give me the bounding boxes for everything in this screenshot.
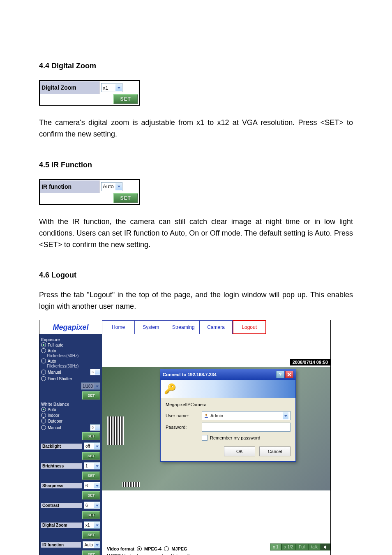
talk-button[interactable]: talk — [308, 543, 321, 550]
speaker-icon — [323, 545, 327, 549]
radio-icon — [41, 358, 46, 363]
radio-icon — [41, 407, 46, 412]
shutter-select[interactable]: 1/180 — [81, 382, 100, 390]
main-area: 2008/07/14 09:50 Video format MPEG-4 MJP… — [102, 334, 330, 555]
sidebar-wb-indoor[interactable]: Indoor — [40, 412, 101, 418]
user-icon — [204, 413, 209, 418]
chevron-down-icon — [94, 542, 100, 548]
chevron-down-icon — [94, 443, 100, 449]
zoom-x-half-button[interactable]: x 1/2 — [281, 543, 296, 550]
contrast-select[interactable]: 6 — [84, 502, 100, 509]
sidebar-wb-manual[interactable]: Manual 0 — [40, 424, 101, 431]
zoom-full-button[interactable]: Full — [296, 543, 308, 550]
test-pattern — [122, 482, 140, 487]
ir-function-set-button-sb[interactable]: SET — [82, 550, 100, 555]
dialog-titlebar: Connect to 192.168.7.234 ? — [160, 369, 296, 380]
chevron-down-icon — [94, 483, 100, 488]
sidebar-wb-auto[interactable]: Auto — [40, 407, 101, 412]
ir-function-value: Auto — [101, 183, 115, 190]
chevron-down-icon — [95, 425, 100, 430]
close-button[interactable] — [285, 371, 293, 378]
exposure-set-button[interactable]: SET — [82, 391, 100, 400]
backlight-select[interactable]: off — [84, 442, 100, 450]
help-button[interactable]: ? — [276, 371, 284, 378]
radio-icon — [41, 376, 46, 381]
ir-function-label: IR function — [40, 180, 99, 193]
sidebar-digital-zoom: Digital Zoom x1 — [40, 520, 101, 530]
tab-streaming[interactable]: Streaming — [167, 320, 200, 334]
tab-logout[interactable]: Logout — [233, 320, 266, 334]
sidebar-wb-outdoor[interactable]: Outdoor — [40, 418, 101, 424]
ok-button[interactable]: OK — [224, 446, 255, 456]
close-icon — [287, 372, 291, 377]
digital-zoom-label: Digital Zoom — [40, 81, 99, 94]
sidebar-exposure-full-auto[interactable]: Full auto — [40, 342, 101, 348]
chevron-down-icon — [115, 183, 122, 190]
tab-home[interactable]: Home — [102, 320, 135, 334]
speaker-button[interactable] — [321, 543, 330, 550]
brightness-select[interactable]: 1 — [84, 462, 100, 469]
app-tabs: Home System Streaming Camera Logout — [102, 320, 330, 334]
key-icon: 🔑 — [164, 383, 176, 395]
sidebar-brightness: Brightness 1 — [40, 461, 101, 471]
digital-zoom-select[interactable]: x1 — [101, 83, 122, 92]
radio-icon — [41, 419, 46, 423]
sidebar-flickerless-50: Flickerless(50Hz) — [40, 354, 101, 358]
checkbox-icon — [202, 435, 208, 441]
username-field[interactable]: Admin — [202, 411, 291, 420]
username-label: User name: — [166, 413, 198, 418]
heading-digital-zoom: 4.4 Digital Zoom — [39, 62, 353, 70]
digital-zoom-value: x1 — [101, 85, 115, 91]
brightness-set-button[interactable]: SET — [82, 472, 100, 480]
sidebar-exposure-auto-60[interactable]: Auto — [40, 358, 101, 364]
sidebar-wb-title: White Balance — [40, 400, 101, 407]
dialog-banner: 🔑 — [161, 380, 295, 398]
tab-system[interactable]: System — [135, 320, 167, 334]
zoom-strip: x 1 x 1/2 Full talk — [270, 543, 330, 550]
sidebar-exposure-fixed-shutter[interactable]: Fixed Shutter — [40, 376, 101, 382]
contrast-set-button[interactable]: SET — [82, 511, 100, 519]
tab-camera[interactable]: Camera — [200, 320, 232, 334]
video-format-row: Video format MPEG-4 MJPEG — [107, 546, 187, 551]
digital-zoom-set-button[interactable]: SET — [113, 94, 138, 104]
password-label: Password: — [166, 425, 198, 430]
digital-zoom-select-sb[interactable]: x1 — [84, 521, 100, 529]
chevron-down-icon — [95, 370, 100, 375]
sidebar-exposure-manual[interactable]: Manual 6 — [40, 368, 101, 376]
heading-ir-function: 4.5 IR Function — [39, 161, 353, 169]
ir-function-set-button[interactable]: SET — [113, 193, 138, 203]
sharpness-set-button[interactable]: SET — [82, 491, 100, 500]
sidebar-exposure-auto-50[interactable]: Auto — [40, 348, 101, 354]
login-dialog: Connect to 192.168.7.234 ? 🔑 Megapixel — [160, 369, 296, 462]
app-screenshot: Megapixel Home System Streaming Camera L… — [39, 320, 331, 555]
app-brand: Megapixel — [39, 320, 102, 334]
chevron-down-icon — [283, 412, 288, 419]
ir-function-select[interactable]: Auto — [101, 182, 122, 191]
sidebar: Exposure Full auto Auto Flickerless(50Hz… — [39, 334, 102, 555]
radio-mjpeg[interactable] — [164, 546, 169, 551]
radio-icon — [41, 425, 46, 430]
radio-icon — [41, 370, 46, 375]
logout-description: Press the tab "Logout" in the top of the… — [39, 289, 353, 312]
heading-logout: 4.6 Logout — [39, 271, 353, 280]
digital-zoom-set-button-sb[interactable]: SET — [82, 531, 100, 539]
svg-point-0 — [205, 414, 207, 416]
sidebar-contrast: Contrast 6 — [40, 500, 101, 510]
chevron-down-icon — [94, 383, 100, 389]
radio-mpeg4[interactable] — [137, 546, 142, 551]
ir-function-select-sb[interactable]: Auto — [83, 541, 100, 548]
digital-zoom-control-box: Digital Zoom x1 SET — [39, 80, 140, 106]
digital-zoom-description: The camera's digital zoom is adjustable … — [39, 117, 353, 140]
ir-function-description: With the IR function, the camera can sti… — [39, 216, 353, 251]
backlight-set-button[interactable]: SET — [82, 452, 100, 460]
zoom-x1-button[interactable]: x 1 — [270, 543, 281, 550]
radio-icon — [41, 342, 46, 347]
wb-set-button[interactable]: SET — [82, 432, 100, 440]
password-field[interactable] — [202, 423, 291, 432]
remember-password-row[interactable]: Remember my password — [202, 435, 291, 441]
chevron-down-icon — [94, 522, 100, 528]
sidebar-sharpness: Sharpness 6 — [40, 481, 101, 490]
sharpness-select[interactable]: 6 — [84, 482, 100, 489]
ir-function-control-box: IR function Auto SET — [39, 179, 140, 205]
cancel-button[interactable]: Cancel — [259, 446, 291, 456]
